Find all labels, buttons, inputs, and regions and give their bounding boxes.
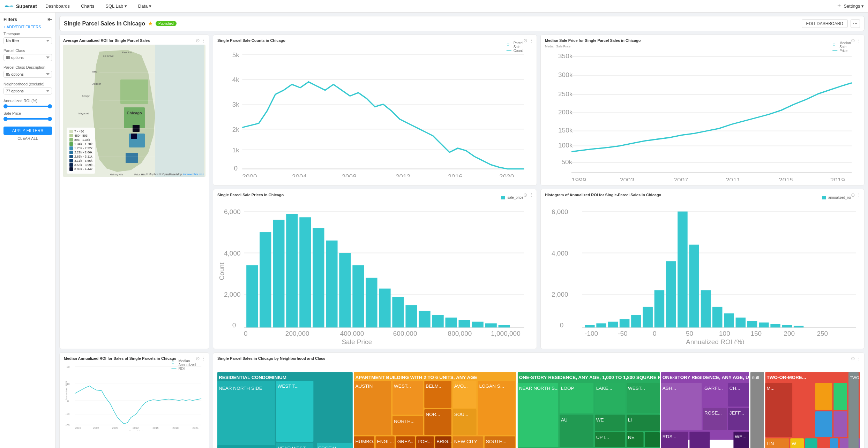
svg-rect-89 xyxy=(405,305,417,327)
filter-parcel-class-desc: Parcel Class Description 85 options xyxy=(3,65,52,78)
svg-text:50k: 50k xyxy=(562,158,573,166)
svg-text:WEST T...: WEST T... xyxy=(278,384,299,389)
filter-timespan-select[interactable]: No filter xyxy=(3,37,52,44)
svg-text:3k: 3k xyxy=(232,101,240,108)
svg-text:2,000: 2,000 xyxy=(224,291,241,298)
map-loading-icon: ⊙ xyxy=(196,38,200,43)
add-button[interactable]: + xyxy=(837,2,841,10)
svg-text:SOUTH...: SOUTH... xyxy=(486,439,507,444)
more-options-button[interactable]: ⋯ xyxy=(851,19,860,28)
roi-histogram-card: Histogram of Annualized ROI for Single-P… xyxy=(540,189,865,349)
svg-text:LAKE...: LAKE... xyxy=(596,386,612,391)
svg-text:1k: 1k xyxy=(232,146,240,154)
svg-rect-6 xyxy=(131,134,137,139)
roi-range-thumb-right[interactable] xyxy=(48,104,52,108)
median-sale-price-title: Median Sale Price for Single Parcel Sale… xyxy=(545,38,860,43)
sale-counts-legend: ○— Parcel Sale Count xyxy=(507,41,523,53)
sale-prices-legend-label: sale_price xyxy=(507,196,523,199)
svg-text:M...: M... xyxy=(766,386,775,391)
svg-text:2007: 2007 xyxy=(673,176,688,181)
filter-parcel-class-desc-select[interactable]: 85 options xyxy=(3,71,52,78)
svg-text:Maywood: Maywood xyxy=(78,112,89,115)
roi-range-thumb-left[interactable] xyxy=(3,104,8,108)
svg-text:150: 150 xyxy=(750,330,762,337)
svg-rect-83 xyxy=(326,241,337,328)
sale-counts-loading: ⊙ xyxy=(523,38,527,43)
svg-text:2015: 2015 xyxy=(779,176,793,181)
svg-text:6,000: 6,000 xyxy=(552,208,568,215)
sale-prices-title: Single Parcel Sale Prices in Chicago xyxy=(217,193,532,197)
nav-sqllab[interactable]: SQL Lab ▾ xyxy=(103,2,129,10)
svg-text:Park Rid: Park Rid xyxy=(122,51,132,54)
edit-dashboard-button[interactable]: EDIT DASHBOARD xyxy=(802,19,848,28)
svg-text:0: 0 xyxy=(244,330,248,337)
svg-rect-119 xyxy=(666,261,676,327)
sale-prices-legend-box xyxy=(501,196,505,199)
svg-rect-297 xyxy=(750,372,764,448)
svg-text:WE...: WE... xyxy=(735,434,746,439)
median-loading: ⊙ xyxy=(851,38,855,43)
sale-prices-card: Single Parcel Sale Prices in Chicago sal… xyxy=(213,189,537,349)
favorite-star[interactable]: ★ xyxy=(148,20,153,27)
filter-neighborhood-select[interactable]: 77 options xyxy=(3,88,52,94)
map-more-button[interactable]: ⋮ xyxy=(201,38,206,43)
sidebar-collapse[interactable]: ⇤ xyxy=(47,16,52,23)
svg-text:2020: 2020 xyxy=(499,173,514,177)
add-edit-filters[interactable]: + ADD/EDIT FILTERS xyxy=(3,25,52,29)
svg-text:ONE-STORY RESIDENCE, ANY AGE, : ONE-STORY RESIDENCE, ANY AGE, 1,000 TO 1… xyxy=(519,375,670,380)
nav-dashboards[interactable]: Dashboards xyxy=(43,2,73,10)
treemap-more[interactable]: ⋮ xyxy=(856,356,861,361)
svg-rect-124 xyxy=(724,313,734,327)
main-content: Single Parcel Sales in Chicago ★ Publish… xyxy=(56,13,868,448)
svg-text:200: 200 xyxy=(784,330,795,337)
svg-text:-10: -10 xyxy=(66,412,70,416)
svg-text:BELM...: BELM... xyxy=(426,384,442,389)
svg-text:Annualized ROI: Annualized ROI xyxy=(65,381,68,400)
svg-text:APARTMENT BUILDING WITH 2 TO 6: APARTMENT BUILDING WITH 2 TO 6 UNITS, AN… xyxy=(356,375,477,380)
filter-roi-label: Annualized ROI (%) xyxy=(3,99,52,103)
svg-text:NEAR WEST ...: NEAR WEST ... xyxy=(278,446,311,448)
svg-rect-324 xyxy=(848,372,859,448)
svg-rect-189 xyxy=(354,381,391,435)
sale-price-range-thumb-left[interactable] xyxy=(3,117,8,121)
dashboard-title: Single Parcel Sales in Chicago xyxy=(64,21,145,27)
svg-text:AVO...: AVO... xyxy=(454,384,468,389)
median-roi-more[interactable]: ⋮ xyxy=(201,356,206,361)
nav-data[interactable]: Data ▾ xyxy=(135,2,154,10)
dashboard-header: Single Parcel Sales in Chicago ★ Publish… xyxy=(59,16,865,31)
median-roi-loading: ⊙ xyxy=(196,356,200,361)
svg-rect-88 xyxy=(392,297,404,328)
sale-counts-more[interactable]: ⋮ xyxy=(529,38,534,43)
svg-rect-307 xyxy=(833,411,847,437)
published-badge: Published xyxy=(156,21,177,26)
svg-text:Year of Sale: Year of Sale xyxy=(129,430,144,431)
sale-price-range-thumb-right[interactable] xyxy=(48,117,52,121)
nav-charts[interactable]: Charts xyxy=(78,2,97,10)
roi-histogram-title: Histogram of Annualized ROI for Single-P… xyxy=(545,193,860,197)
filter-parcel-class-select[interactable]: 99 options xyxy=(3,54,52,61)
clear-filters-button[interactable]: CLEAR ALL xyxy=(3,136,52,141)
svg-text:POR...: POR... xyxy=(418,439,432,444)
svg-rect-163 xyxy=(217,381,275,448)
svg-text:GREA...: GREA... xyxy=(397,439,415,444)
svg-text:200k: 200k xyxy=(558,108,573,116)
svg-text:WE: WE xyxy=(596,417,604,423)
sale-counts-chart: 5k 4k 3k 2k 1k 0 2000 xyxy=(217,45,532,177)
svg-text:LIN: LIN xyxy=(766,441,774,446)
settings-button[interactable]: Settings ▾ xyxy=(844,3,864,9)
svg-text:2003: 2003 xyxy=(620,176,634,181)
median-more[interactable]: ⋮ xyxy=(856,38,861,43)
logo[interactable]: Superset xyxy=(4,3,37,9)
svg-text:RDS...: RDS... xyxy=(663,434,676,439)
svg-rect-77 xyxy=(246,265,258,327)
median-sale-price-chart: 350k 300k 250k 200k 150k 100k 50k xyxy=(545,48,860,181)
sale-price-range-track xyxy=(3,118,52,120)
svg-rect-126 xyxy=(747,321,757,328)
roi-more[interactable]: ⋮ xyxy=(856,192,861,198)
svg-rect-80 xyxy=(286,214,298,328)
sale-prices-more[interactable]: ⋮ xyxy=(529,192,534,198)
apply-filters-button[interactable]: APPLY FILTERS xyxy=(3,127,52,135)
svg-rect-1 xyxy=(120,79,148,104)
svg-text:2015: 2015 xyxy=(152,426,159,430)
median-y-axis-label: Median Sale Price xyxy=(545,45,860,48)
